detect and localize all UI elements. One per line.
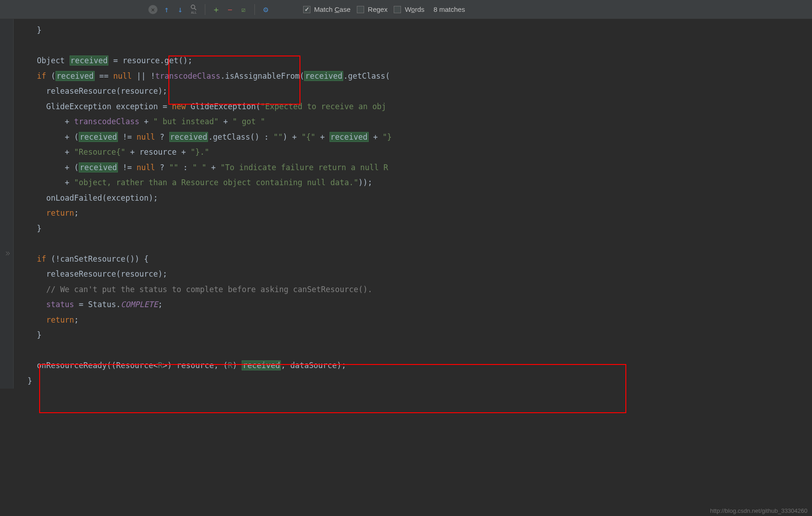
separator	[205, 4, 205, 15]
minus-icon: −	[228, 5, 232, 14]
select-occurrences-button[interactable]: ☑	[238, 4, 249, 15]
svg-point-0	[191, 5, 195, 9]
search-match: received	[70, 56, 109, 66]
next-match-button[interactable]: ↓	[175, 4, 186, 15]
svg-line-1	[194, 8, 196, 10]
match-case-label: Match Case	[314, 5, 350, 13]
gear-icon: ⚙	[264, 5, 269, 14]
arrow-up-icon: ↑	[164, 5, 169, 14]
separator	[254, 4, 255, 15]
add-selection-button[interactable]: ＋	[211, 4, 222, 15]
select-all-button[interactable]: ALL	[188, 4, 199, 15]
regex-checkbox[interactable]	[357, 6, 364, 13]
words-label: Words	[405, 5, 424, 13]
close-search-button[interactable]: ✕	[147, 4, 158, 15]
match-case-checkbox[interactable]	[303, 6, 310, 13]
search-match: received	[169, 132, 208, 142]
code-content[interactable]: } Object received = resource.get(); if (…	[14, 23, 812, 389]
all-label: ALL	[191, 11, 197, 15]
check-icon: ☑	[242, 6, 245, 13]
plus-icon: ＋	[212, 4, 220, 15]
search-match: received	[242, 360, 281, 370]
search-match: received	[304, 71, 343, 81]
search-match: received	[79, 132, 118, 142]
remove-selection-button[interactable]: −	[224, 4, 235, 15]
search-match: received	[330, 132, 369, 142]
regex-option[interactable]: Regex	[357, 5, 387, 13]
search-match: received	[79, 162, 118, 172]
prev-match-button[interactable]: ↑	[161, 4, 172, 15]
regex-label: Regex	[368, 5, 387, 13]
match-case-option[interactable]: Match Case	[303, 5, 350, 13]
fold-marker-icon[interactable]	[5, 251, 10, 256]
editor[interactable]: } Object received = resource.get(); if (…	[0, 19, 812, 389]
watermark: http://blog.csdn.net/github_33304260	[710, 507, 807, 514]
settings-button[interactable]: ⚙	[260, 4, 271, 15]
arrow-down-icon: ↓	[178, 5, 183, 14]
editor-gutter	[0, 19, 14, 389]
magnifier-icon	[191, 5, 197, 11]
words-option[interactable]: Words	[394, 5, 424, 13]
search-match: received	[56, 71, 95, 81]
words-checkbox[interactable]	[394, 6, 401, 13]
close-icon: ✕	[148, 5, 157, 14]
search-toolbar: ✕ ↑ ↓ ALL ＋ − ☑ ⚙ Match Case Regex Words…	[0, 0, 812, 19]
match-count: 8 matches	[434, 5, 465, 13]
